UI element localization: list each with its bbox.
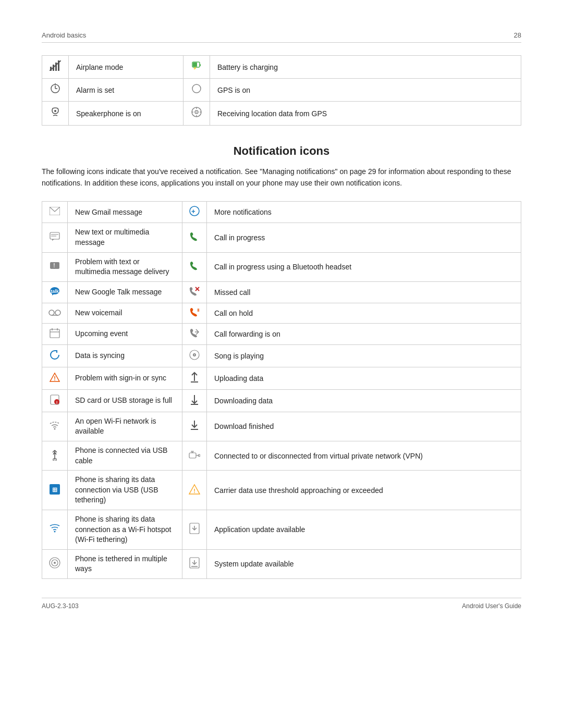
usb-connected-icon [42,441,68,470]
notif-label-right: Carrier data use threshold approaching o… [207,471,521,510]
svg-point-73 [54,531,56,533]
notification-icons-table: New Gmail message + More notifications N… [42,201,521,579]
status-row: Airplane mode ⚡ Battery is charging [42,56,521,79]
header-section: Android basics [42,31,86,39]
section-description: The following icons indicate that you've… [42,166,521,189]
svg-rect-38 [50,329,59,338]
status-label-right: Battery is charging [210,56,521,79]
sign-in-problem-icon: ! [42,367,68,389]
notif-label-left: New Google Talk message [68,281,182,303]
svg-rect-64 [189,453,196,458]
notif-label-right: Call in progress [207,223,521,252]
notif-label-left: Phone is tethered in multiple ways [68,549,182,578]
notif-label-right: Song is playing [207,344,521,367]
sd-card-full-icon: ! [42,389,68,412]
uploading-icon [182,367,207,389]
notif-label-right: Call forwarding is on [207,323,521,344]
call-in-progress-icon [182,223,207,252]
header-page-number: 28 [514,31,521,39]
app-update-icon [182,510,207,549]
status-label-left: Airplane mode [69,56,183,79]
notif-label-left: Phone is sharing its data connection as … [68,510,182,549]
svg-point-14 [54,110,56,112]
gtalk-icon: talk [42,281,68,303]
upcoming-event-icon [42,323,68,344]
notif-row: Phone is tethered in multiple ways Syste… [42,549,521,578]
download-finished-icon [182,412,207,441]
svg-text:!: ! [53,263,55,268]
notif-label-right: Uploading data [207,367,521,389]
svg-point-13 [192,84,201,93]
svg-text:⚡: ⚡ [193,66,197,70]
svg-text:!: ! [56,400,58,405]
svg-point-34 [49,310,54,315]
notif-label-left: New voicemail [68,303,182,323]
notif-label-left: New Gmail message [68,202,182,223]
carrier-data-icon: ! [182,471,207,510]
notif-row: ⊞ Phone is sharing its data connection v… [42,471,521,510]
usb-tethering-icon: ⊞ [42,471,68,510]
notif-label-right: Application update available [207,510,521,549]
svg-text:!: ! [193,488,195,494]
status-row: Speakerphone is on Receiving location da… [42,102,521,126]
data-syncing-icon [42,344,68,367]
vpn-icon [182,441,207,470]
notif-row: Data is syncing Song is playing [42,344,521,367]
notif-label-right: Downloading data [207,389,521,412]
section-title: Notification icons [42,144,521,158]
more-notifications-icon: + [182,202,207,223]
sms-icon [42,223,68,252]
notif-row: An open Wi-Fi network is available Downl… [42,412,521,441]
status-icons-table: Airplane mode ⚡ Battery is charging Alar… [42,55,521,126]
song-playing-icon [182,344,207,367]
notif-label-left: Phone is connected via USB cable [68,441,182,470]
svg-text:⏸: ⏸ [196,308,199,313]
system-update-icon [182,549,207,578]
notif-row: ! Problem with text or multimedia messag… [42,252,521,281]
notif-label-left: Problem with text or multimedia message … [68,252,182,281]
svg-rect-6 [200,64,201,66]
notif-row: Phone is sharing its data connection as … [42,510,521,549]
notif-row: New voicemail ⏸ Call on hold [42,303,521,323]
voicemail-icon [42,303,68,323]
gps-receiving-icon [183,102,210,126]
notif-row: Phone is connected via USB cable Connect… [42,441,521,470]
svg-text:+: + [191,207,195,215]
notif-label-right: Call on hold [207,303,521,323]
footer: AUG-2.3-103 Android User's Guide [42,598,521,610]
wifi-available-icon [42,412,68,441]
gps-icon [183,79,210,102]
svg-point-35 [55,310,60,315]
footer-code: AUG-2.3-103 [42,602,79,610]
status-label-right: GPS is on [210,79,521,102]
notif-label-left: An open Wi-Fi network is available [68,412,182,441]
missed-call-icon [182,281,207,303]
notif-label-right: System update available [207,549,521,578]
notif-label-right: Download finished [207,412,521,441]
status-label-right: Receiving location data from GPS [210,102,521,126]
notif-row: ! Problem with sign-in or sync Uploading… [42,367,521,389]
airplane-mode-icon [42,56,69,79]
svg-text:⊞: ⊞ [52,486,57,493]
notif-label-left: Data is syncing [68,344,182,367]
wifi-hotspot-icon [42,510,68,549]
alarm-icon [42,79,69,102]
notif-label-left: New text or multimedia message [68,223,182,252]
notif-label-right: More notifications [207,202,521,223]
notif-row: Upcoming event Call forwarding is on [42,323,521,344]
notif-row: talk New Google Talk message Missed call [42,281,521,303]
footer-title: Android User's Guide [462,602,521,610]
svg-rect-7 [193,63,197,67]
svg-text:talk: talk [51,289,59,294]
status-label-left: Speakerphone is on [69,102,183,126]
speakerphone-icon [42,102,69,126]
call-on-hold-icon: ⏸ [182,303,207,323]
status-label-left: Alarm is set [69,79,183,102]
notif-row: ! SD card or USB storage is full Downloa… [42,389,521,412]
call-forwarding-icon [182,323,207,344]
status-row: Alarm is set GPS is on [42,79,521,102]
bluetooth-call-icon [182,252,207,281]
notif-row: New text or multimedia message Call in p… [42,223,521,252]
downloading-icon [182,389,207,412]
sms-problem-icon: ! [42,252,68,281]
